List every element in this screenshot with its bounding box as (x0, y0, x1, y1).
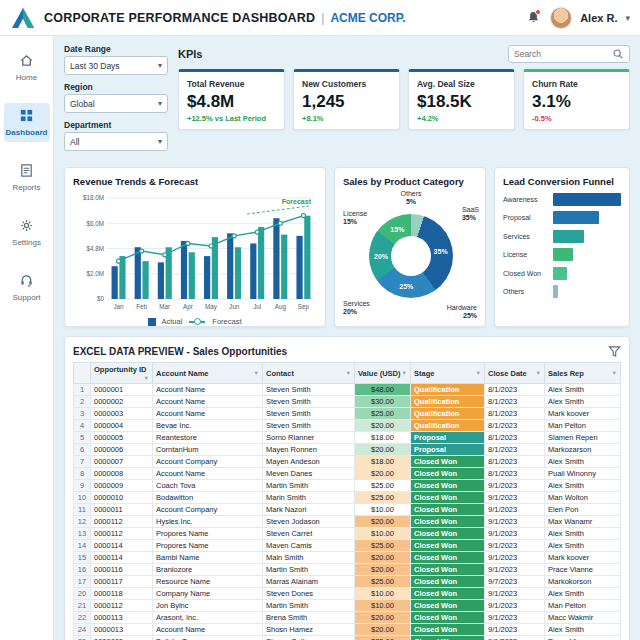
chart-title: Sales by Product Category (343, 176, 477, 187)
cell-opportunity-id: 0000011 (91, 504, 153, 516)
kpi-label: Total Revenue (187, 79, 276, 89)
cell-sales-rep: Alex Smith (545, 480, 621, 492)
kpi-label: New Customers (302, 79, 391, 89)
column-header[interactable]: Stage▼ (411, 363, 485, 384)
table-row[interactable]: 150000114Bambi NameMain Smith$20.00Close… (74, 552, 621, 564)
donut-label-saas: SaaS35% (462, 206, 479, 222)
table-row[interactable]: 140000114Propores NameMaven Camis$25.00C… (74, 540, 621, 552)
search-box (508, 45, 630, 63)
table-row[interactable]: 120000112Hysles Inc.Steven Jodason$20.00… (74, 516, 621, 528)
column-filter-icon[interactable]: ▼ (254, 370, 259, 376)
cell-value: $10.00 (355, 504, 411, 516)
funnel-stage-label: License (503, 251, 549, 258)
svg-text:Sep: Sep (298, 303, 310, 311)
table-row[interactable]: 50000005ReantestoreSorno Rlanner$18.00Pr… (74, 432, 621, 444)
sidebar-item-settings[interactable]: Settings (4, 213, 50, 252)
cell-contact: Marin Smith (263, 492, 355, 504)
table-row[interactable]: 210000112Jon BylncMartin Smith$10.00Clos… (74, 600, 621, 612)
cell-account-name: CorntanHum (153, 444, 263, 456)
cell-opportunity-id: 0000005 (91, 432, 153, 444)
cell-stage: Closed Won (411, 612, 485, 624)
sidebar-item-home[interactable]: Home (4, 48, 50, 87)
kpi-card-new-customers: New Customers 1,245 +8.1% (293, 69, 400, 130)
table-row[interactable]: 20000002Account NameSteven Smith$30.00Qu… (74, 396, 621, 408)
revenue-trends-chart: $18.0M$6.0M$4.8M$2.0M$0JanFebMarAprMayJu… (73, 190, 319, 312)
table-row[interactable]: 70000007Account CompanyMayen Andeson$18.… (74, 456, 621, 468)
sidebar-item-dashboard[interactable]: Dashboard (4, 103, 50, 142)
table-row[interactable]: 80000008Account NameMeven Danes$20.00Clo… (74, 468, 621, 480)
column-filter-icon[interactable]: ▼ (402, 370, 407, 376)
cell-stage: Closed Won (411, 492, 485, 504)
cell-value: $18.00 (355, 432, 411, 444)
cell-account-name: Account Company (153, 504, 263, 516)
chart-legend: Actual Forecast (73, 317, 317, 326)
cell-account-name: Company Name (153, 588, 263, 600)
filter-funnel-icon[interactable] (608, 345, 621, 358)
cell-close-date: 9/1/2023 (485, 516, 545, 528)
column-filter-icon[interactable]: ▼ (536, 370, 541, 376)
cell-stage: Qualification (411, 420, 485, 432)
search-input[interactable] (514, 49, 608, 59)
excel-data-preview-card: EXCEL DATA PREVIEW - Sales Opportunities… (64, 336, 630, 640)
date-range-select[interactable]: Last 30 Days ▾ (64, 56, 168, 75)
notifications-bell-icon[interactable] (524, 9, 542, 27)
row-number: 14 (74, 540, 91, 552)
sidebar-item-reports[interactable]: Reports (4, 158, 50, 197)
cell-contact: Steven Suthson (263, 636, 355, 640)
department-label: Department (64, 120, 168, 130)
table-row[interactable]: 240000013Account NameShosn Hamez$20.00Cl… (74, 624, 621, 636)
cell-value: $30.00 (355, 396, 411, 408)
top-bar: CORPORATE PERFORMANCE DASHBOARD | ACME C… (0, 0, 640, 36)
table-row[interactable]: 130000112Propores NameSteven Carret$10.0… (74, 528, 621, 540)
cell-close-date: 9/1/2023 (485, 504, 545, 516)
cell-stage: Closed Won (411, 516, 485, 528)
table-row[interactable]: 250000005Bolishs TeanSteven Suthson$25.0… (74, 636, 621, 640)
table-row[interactable]: 10000001Account NameSteven Smith$48.00Qu… (74, 384, 621, 396)
cell-stage: Qualification (411, 396, 485, 408)
cell-contact: Shosn Hamez (263, 624, 355, 636)
department-select[interactable]: All ▾ (64, 132, 168, 151)
column-filter-icon[interactable]: ▼ (612, 370, 617, 376)
column-filter-icon[interactable]: ▼ (346, 370, 351, 376)
user-menu-chevron-down-icon[interactable]: ▾ (625, 13, 630, 23)
column-header[interactable]: Contact▼ (263, 363, 355, 384)
cell-opportunity-id: 0000008 (91, 468, 153, 480)
column-header[interactable]: Sales Rep▼ (545, 363, 621, 384)
table-row[interactable]: 110000011Account CompanyMark Nazori$10.0… (74, 504, 621, 516)
sales-by-category-chart-card: Sales by Product Category 35%25%20%15% S… (334, 167, 486, 327)
table-row[interactable]: 100000010BodawittonMarin Smith$25.00Clos… (74, 492, 621, 504)
kpi-value: $4.8M (187, 92, 276, 112)
column-header[interactable]: Account Name▼ (153, 363, 263, 384)
cell-value: $18.00 (355, 456, 411, 468)
cell-contact: Martin Smith (263, 564, 355, 576)
legend-forecast-swatch (189, 321, 205, 323)
table-row[interactable]: 200000118Company NameSteven Dones$10.00C… (74, 588, 621, 600)
cell-contact: Meven Danes (263, 468, 355, 480)
cell-value: $25.00 (355, 480, 411, 492)
settings-gear-icon (19, 218, 34, 235)
column-header[interactable]: Close Date▼ (485, 363, 545, 384)
donut-slice-percent: 25% (399, 282, 413, 289)
cell-account-name: Bodawitton (153, 492, 263, 504)
table-row[interactable]: 220000113Arasont, Inc.Brena Smith$20.00C… (74, 612, 621, 624)
table-row[interactable]: 90000009Coach TovaMartin Smith$25.00Clos… (74, 480, 621, 492)
region-select[interactable]: Global ▾ (64, 94, 168, 113)
cell-account-name: Propores Name (153, 528, 263, 540)
cell-sales-rep: Alex Smith (545, 384, 621, 396)
cell-contact: Sorno Rlanner (263, 432, 355, 444)
table-row[interactable]: 170000117Resource NameMarras Alainam$25.… (74, 576, 621, 588)
svg-text:Jan: Jan (113, 303, 124, 310)
sales-opportunities-table[interactable]: Opportunity ID▼Account Name▼Contact▼Valu… (73, 362, 621, 640)
cell-sales-rep: Elen Pon (545, 504, 621, 516)
column-filter-icon[interactable]: ▼ (476, 370, 481, 376)
column-header[interactable]: Value (USD)▼ (355, 363, 411, 384)
kpi-delta: -0.5% (532, 114, 621, 123)
table-row[interactable]: 40000004Bevae Inc.Steven Smith$20.00Qual… (74, 420, 621, 432)
column-filter-icon[interactable]: ▼ (144, 375, 149, 381)
column-header[interactable]: Opportunity ID▼ (91, 363, 153, 384)
user-avatar[interactable] (550, 7, 572, 29)
table-row[interactable]: 160000116BraniozoreMartin Smith$20.00Clo… (74, 564, 621, 576)
table-row[interactable]: 60000006CorntanHumMayen Ronnen$20.00Prop… (74, 444, 621, 456)
table-row[interactable]: 30000003Account NameSteven Smith$25.00Qu… (74, 408, 621, 420)
sidebar-item-support[interactable]: Support (4, 268, 50, 307)
